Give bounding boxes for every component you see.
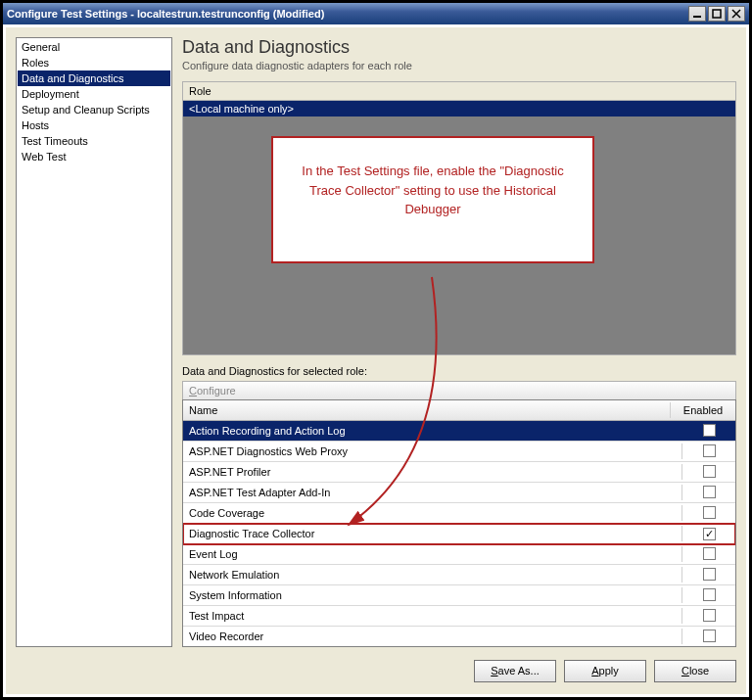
title-bar: Configure Test Settings - localtestrun.t…	[3, 3, 749, 24]
sidebar-item-label: Setup and Cleanup Scripts	[22, 104, 150, 116]
cell-name: Network Emulation	[183, 567, 682, 583]
dialog-window: Configure Test Settings - localtestrun.t…	[0, 0, 752, 700]
sidebar-item-setup-cleanup[interactable]: Setup and Cleanup Scripts	[18, 102, 170, 117]
enabled-checkbox[interactable]	[703, 444, 716, 457]
grid-row[interactable]: ASP.NET Profiler	[183, 462, 735, 483]
role-panel: Role <Local machine only> In the Test Se…	[182, 81, 736, 355]
cell-name: Action Recording and Action Log	[183, 423, 682, 439]
cell-name: Diagnostic Trace Collector	[183, 526, 682, 541]
sidebar-item-roles[interactable]: Roles	[18, 55, 170, 70]
cell-name: ASP.NET Test Adapter Add-In	[183, 485, 682, 500]
sidebar-item-label: Test Timeouts	[22, 135, 88, 147]
close-button[interactable]	[728, 6, 745, 22]
grid-row-diagnostic-trace[interactable]: Diagnostic Trace Collector	[183, 524, 735, 544]
grid-row[interactable]: ASP.NET Test Adapter Add-In	[183, 483, 735, 503]
page-title: Data and Diagnostics	[182, 37, 736, 58]
grid-row[interactable]: Network Emulation	[183, 565, 735, 585]
col-enabled[interactable]: Enabled	[671, 402, 735, 418]
configure-button: Configure	[189, 385, 236, 397]
sidebar-item-label: General	[22, 41, 60, 53]
cell-name: ASP.NET Profiler	[183, 464, 682, 480]
grid-row[interactable]: Action Recording and Action Log	[183, 421, 735, 442]
apply-button[interactable]: Apply	[564, 660, 646, 682]
svg-rect-0	[693, 16, 701, 18]
grid-row[interactable]: Event Log	[183, 544, 735, 565]
cell-name: System Information	[183, 587, 682, 603]
minimize-button[interactable]	[688, 6, 706, 22]
grid-row[interactable]: Code Coverage	[183, 503, 735, 524]
enabled-checkbox[interactable]	[703, 547, 716, 560]
enabled-checkbox[interactable]	[703, 568, 716, 581]
cell-name: Event Log	[183, 546, 682, 562]
grid-row[interactable]: ASP.NET Diagnostics Web Proxy	[183, 442, 735, 462]
sidebar-item-label: Hosts	[22, 119, 49, 131]
sidebar-item-deployment[interactable]: Deployment	[18, 86, 170, 102]
configure-toolbar: Configure	[182, 381, 736, 399]
enabled-checkbox[interactable]	[703, 506, 716, 519]
enabled-checkbox[interactable]	[703, 588, 716, 601]
grid-header: Name Enabled	[183, 400, 735, 421]
enabled-checkbox[interactable]	[703, 630, 716, 642]
svg-rect-1	[713, 10, 721, 18]
annotation-callout: In the Test Settings file, enable the "D…	[271, 136, 594, 263]
category-sidebar[interactable]: General Roles Data and Diagnostics Deplo…	[16, 37, 172, 647]
enabled-checkbox[interactable]	[703, 528, 716, 540]
role-row-local[interactable]: <Local machine only>	[183, 101, 735, 117]
window-title: Configure Test Settings - localtestrun.t…	[7, 8, 686, 20]
grid-row[interactable]: System Information	[183, 585, 735, 606]
annotation-text: In the Test Settings file, enable the "D…	[302, 163, 563, 216]
cell-name: Video Recorder	[183, 629, 682, 644]
grid-wrap: Configure Name Enabled Action Recording …	[182, 381, 736, 647]
sidebar-item-label: Roles	[22, 57, 49, 69]
sidebar-item-label: Deployment	[22, 88, 79, 100]
enabled-checkbox[interactable]	[703, 465, 716, 478]
cell-name: Code Coverage	[183, 505, 682, 521]
sidebar-item-label: Web Test	[22, 151, 66, 163]
grid-row[interactable]: Test Impact	[183, 606, 735, 627]
enabled-checkbox[interactable]	[703, 486, 716, 498]
grid-label: Data and Diagnostics for selected role:	[182, 365, 736, 377]
page-subtitle: Configure data diagnostic adapters for e…	[182, 60, 736, 71]
maximize-button[interactable]	[708, 6, 726, 22]
close-button-bottom[interactable]: Close	[654, 660, 736, 682]
col-name[interactable]: Name	[183, 402, 671, 418]
sidebar-item-test-timeouts[interactable]: Test Timeouts	[18, 133, 170, 149]
enabled-checkbox[interactable]	[703, 609, 716, 622]
sidebar-item-data-and-diagnostics[interactable]: Data and Diagnostics	[18, 70, 170, 86]
adapters-grid[interactable]: Name Enabled Action Recording and Action…	[182, 399, 736, 647]
cell-name: Test Impact	[183, 608, 682, 624]
sidebar-item-general[interactable]: General	[18, 39, 170, 55]
sidebar-item-web-test[interactable]: Web Test	[18, 149, 170, 164]
main-area: Data and Diagnostics Configure data diag…	[182, 37, 736, 647]
save-as-button[interactable]: Save As...	[474, 660, 556, 682]
enabled-checkbox[interactable]	[703, 424, 716, 437]
sidebar-item-label: Data and Diagnostics	[22, 72, 124, 84]
button-bar: Save As... Apply Close	[16, 657, 736, 684]
dialog-body: General Roles Data and Diagnostics Deplo…	[6, 27, 746, 694]
grid-row[interactable]: Video Recorder	[183, 627, 735, 647]
cell-name: ASP.NET Diagnostics Web Proxy	[183, 443, 682, 459]
role-header: Role	[183, 82, 735, 101]
columns: General Roles Data and Diagnostics Deplo…	[16, 37, 736, 647]
sidebar-item-hosts[interactable]: Hosts	[18, 117, 170, 133]
